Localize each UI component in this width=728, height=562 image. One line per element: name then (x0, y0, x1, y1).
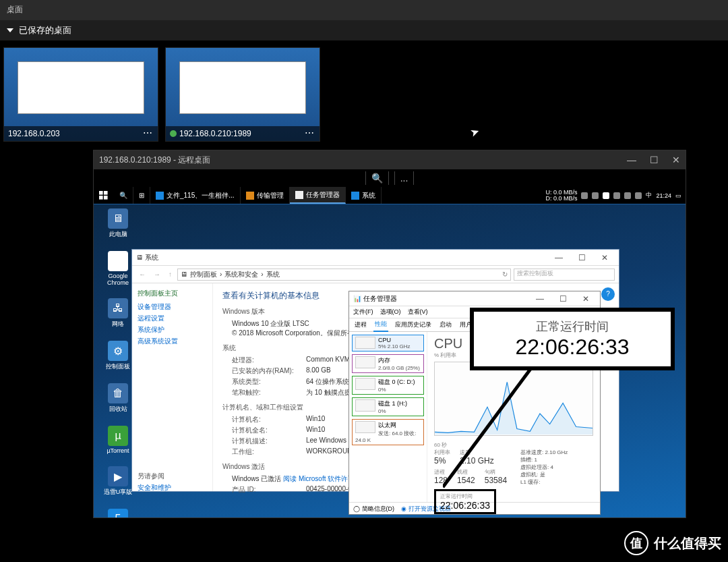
refresh-icon[interactable]: ↻ (502, 271, 508, 278)
sidebar-heading: 控制面板主页 (138, 289, 207, 298)
thumbnail-label: 192.168.0.210:1989 (179, 129, 251, 138)
svg-rect-0 (99, 191, 103, 195)
sidebar-link[interactable]: 设备管理器 (138, 302, 207, 312)
ime-icon[interactable]: 中 (646, 191, 652, 200)
app-icon: µ (108, 426, 128, 446)
stat-label: 句柄 (485, 468, 507, 476)
more-icon[interactable]: ⋯ (305, 128, 315, 138)
shield-icon[interactable] (603, 192, 609, 199)
forward-button[interactable]: → (151, 271, 163, 278)
tray-icon[interactable] (581, 192, 588, 199)
app-icon: ⚙ (108, 341, 128, 361)
tray-icon[interactable] (592, 192, 599, 199)
sidebar-link[interactable]: 远程设置 (138, 314, 207, 323)
help-icon[interactable]: ? (601, 287, 615, 301)
menu-item[interactable]: 文件(F) (353, 308, 373, 316)
minimize-button[interactable]: — (530, 293, 550, 305)
less-details-button[interactable]: ◯ 简略信息(D) (353, 505, 394, 513)
app-icon (156, 192, 164, 200)
app-title: 桌面 (7, 5, 23, 14)
tab[interactable]: 进程 (353, 318, 368, 331)
search-icon[interactable]: 🔍 (114, 187, 133, 204)
maximize-button[interactable]: ☐ (553, 293, 573, 305)
info-text: Windows 已激活 (232, 475, 283, 482)
menu-item[interactable]: 选项(O) (380, 308, 401, 316)
close-button[interactable]: ✕ (672, 154, 680, 165)
task-item-active[interactable]: 任务管理器 (290, 187, 346, 204)
zoom-button[interactable]: 🔍 (365, 171, 389, 185)
resource-card[interactable]: 以太网发送: 64.0 接收: 24.0 K (352, 419, 424, 445)
close-button[interactable]: ✕ (576, 293, 596, 305)
resource-card[interactable]: CPU5% 2.10 GHz (352, 335, 424, 352)
back-button[interactable]: ← (136, 271, 148, 278)
sidebar-link[interactable]: 系统保护 (138, 325, 207, 335)
label: 工作组: (232, 447, 306, 457)
thumbnail-label: 192.168.0.203 (8, 129, 60, 138)
sidebar-link[interactable]: 高级系统设置 (138, 337, 207, 346)
tab[interactable]: 应用历史记录 (394, 318, 433, 331)
thumbnails-row: 192.168.0.203 ⋯ 192.168.0.210:1989 ⋯ (0, 40, 728, 148)
resource-card[interactable]: 内存2.0/8.0 GB (25%) (352, 354, 424, 373)
tm-titlebar[interactable]: 📊 任务管理器 — ☐ ✕ (349, 291, 600, 306)
thumbnail-preview (18, 61, 144, 114)
desktop-icon[interactable]: 🖥此电脑 (99, 208, 137, 239)
minimize-button[interactable]: — (549, 252, 569, 264)
watermark-text: 什么值得买 (654, 534, 721, 553)
breadcrumb[interactable]: 控制面板 (190, 270, 217, 279)
clock[interactable]: 21:24 (656, 192, 671, 199)
system-titlebar[interactable]: 🖥 系统 — ☐ ✕ (132, 250, 619, 266)
saved-desktops-bar[interactable]: 已保存的桌面 (0, 20, 728, 40)
tab[interactable]: 启动 (438, 318, 453, 331)
window-titlebar[interactable]: 192.168.0.210:1989 - 远程桌面 — ☐ ✕ (94, 150, 686, 169)
mini-graph (355, 356, 375, 368)
volume-icon[interactable] (635, 192, 642, 199)
sidebar-link[interactable]: 安全和维护 (138, 483, 207, 493)
notifications-icon[interactable]: ▭ (675, 192, 681, 199)
thumbnail-1[interactable]: 192.168.0.203 ⋯ (3, 47, 158, 142)
app-icon (295, 191, 303, 199)
label: 产品 ID: (232, 485, 306, 495)
stat-label: L1 缓存: (520, 479, 540, 485)
label: 笔和触控: (232, 388, 306, 397)
close-button[interactable]: ✕ (595, 252, 615, 264)
more-icon[interactable]: ⋯ (143, 128, 154, 138)
stat-label: 进程 (434, 468, 448, 476)
label: 计算机全名: (232, 426, 306, 435)
svg-rect-2 (99, 196, 103, 200)
task-item[interactable]: 文件_115、一生相伴... (150, 187, 241, 204)
icon-label: 此电脑 (99, 230, 137, 239)
stat-label: 基准速度: (520, 449, 543, 455)
thumbnail-2[interactable]: 192.168.0.210:1989 ⋯ (165, 47, 320, 142)
breadcrumb[interactable]: 系统和安全 (224, 270, 258, 279)
watermark-badge-icon: 值 (624, 531, 648, 555)
callout-label: 正常运行时间 (485, 318, 660, 335)
more-button[interactable]: ... (394, 171, 415, 185)
network-icon[interactable] (624, 192, 631, 199)
taskview-icon[interactable]: ⊞ (133, 187, 150, 204)
mini-graph (355, 337, 375, 349)
tray-icon[interactable] (613, 192, 620, 199)
app-icon: 🖥 (136, 254, 143, 261)
maximize-button[interactable]: ☐ (650, 154, 659, 165)
resource-card[interactable]: 磁盘 0 (C: D:)0% (352, 376, 424, 395)
stat-label: 虚拟机: (520, 472, 538, 478)
start-button[interactable] (96, 188, 111, 203)
tab[interactable]: 性能 (373, 318, 388, 332)
search-input[interactable]: 搜索控制面板 (514, 269, 615, 281)
resource-card[interactable]: 磁盘 1 (H:)0% (352, 397, 424, 416)
up-button[interactable]: ↑ (166, 271, 175, 278)
desktop-icon[interactable]: 5115chrome (99, 509, 137, 517)
stat-label: 虚拟处理器: (520, 464, 549, 470)
app-icon: ▶ (108, 466, 128, 486)
window-title: 192.168.0.210:1989 - 远程桌面 (99, 154, 210, 166)
mini-graph (355, 399, 375, 412)
value: Win10 (306, 426, 325, 435)
breadcrumb[interactable]: 系统 (266, 270, 280, 279)
stat-value: 2.10 GHz (460, 456, 494, 466)
task-item[interactable]: 传输管理 (241, 187, 290, 204)
x-axis-label: 60 秒 (434, 441, 593, 449)
task-item[interactable]: 系统 (346, 187, 382, 204)
maximize-button[interactable]: ☐ (572, 252, 592, 264)
menu-item[interactable]: 查看(V) (408, 308, 428, 316)
minimize-button[interactable]: — (627, 154, 636, 165)
